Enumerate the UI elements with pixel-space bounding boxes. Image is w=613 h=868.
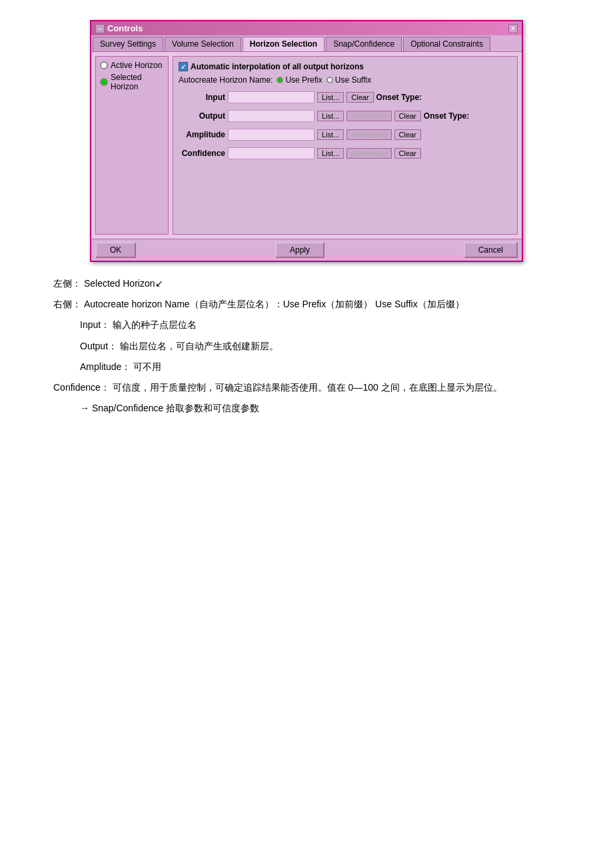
radio-selected-horizon[interactable]: Selected Horizon <box>100 73 164 91</box>
text-body-input: 输入的种子点层位名 <box>113 319 197 330</box>
use-suffix-radio[interactable]: Use Suffix <box>326 75 371 85</box>
confidence-clear-button[interactable]: Clear <box>394 148 421 159</box>
text-snap: → Snap/Confidence 拾取参数和可信度参数 <box>80 400 560 417</box>
input-clear-button[interactable]: Clear <box>346 92 373 103</box>
output-onset-label: Onset Type: <box>424 111 469 121</box>
text-content: 左侧： Selected Horizon↙ 右侧： Autocreate hor… <box>53 275 560 417</box>
text-arrow-icon: → <box>80 403 89 413</box>
dialog-footer: OK Apply Cancel <box>91 239 522 261</box>
amplitude-label: Amplitude <box>179 130 225 139</box>
autocreate-row: Autocreate Horizon Name: Use Prefix Use … <box>179 75 512 85</box>
selected-horizon-label: Selected Horizon <box>111 73 164 91</box>
apply-button[interactable]: Apply <box>275 242 324 258</box>
auto-interpolation-label: Automatic interpolation of all output ho… <box>191 62 364 71</box>
text-right-side: 右侧： Autocreate horizon Name（自动产生层位名）：Use… <box>53 296 560 313</box>
dialog-content: Active Horizon Selected Horizon ✓ Automa… <box>91 52 522 239</box>
text-prefix-confidence: Confidence： <box>53 382 110 393</box>
tab-optional-constraints[interactable]: Optional Constraints <box>403 37 490 51</box>
close-button[interactable]: × <box>508 24 518 33</box>
auto-interpolation-row: ✓ Automatic interpolation of all output … <box>179 62 512 71</box>
minimize-button[interactable]: ─ <box>95 24 105 33</box>
use-prefix-radio-btn[interactable] <box>277 77 283 83</box>
input-onset-label: Onset Type: <box>376 93 422 102</box>
text-confidence: Confidence： 可信度，用于质量控制，可确定追踪结果能否使用。值在 0—… <box>53 379 560 396</box>
title-bar: ─ Controls × <box>91 21 522 35</box>
left-panel: Active Horizon Selected Horizon <box>95 56 169 235</box>
amplitude-field[interactable] <box>228 129 314 141</box>
confidence-list-button[interactable]: List... <box>317 148 344 159</box>
ok-button[interactable]: OK <box>95 242 136 258</box>
input-label: Input <box>179 93 225 102</box>
text-body-output: 输出层位名，可自动产生或创建新层。 <box>120 341 279 351</box>
title-bar-left: ─ Controls <box>95 23 143 33</box>
active-horizon-label: Active Horizon <box>111 61 162 70</box>
text-body-2: Autocreate horizon Name（自动产生层位名）：Use Pre… <box>84 299 464 309</box>
amplitude-field-row: Amplitude List... Autocreate Clear <box>179 129 512 141</box>
input-list-button[interactable]: List... <box>317 92 344 103</box>
tab-snap-confidence[interactable]: Snap/Confidence <box>326 37 402 51</box>
output-field[interactable] <box>228 110 314 122</box>
text-prefix-output: Output： <box>80 341 117 351</box>
text-prefix-amplitude: Amplitude： <box>80 361 131 372</box>
tab-volume-selection[interactable]: Volume Selection <box>165 37 241 51</box>
confidence-autocreate-button[interactable]: Autocreate <box>346 148 391 159</box>
use-suffix-label: Use Suffix <box>335 75 371 85</box>
amplitude-clear-button[interactable]: Clear <box>394 129 421 140</box>
auto-interpolation-checkbox[interactable]: ✓ <box>179 62 188 71</box>
text-input: Input： 输入的种子点层位名 <box>80 317 560 333</box>
use-prefix-radio[interactable]: Use Prefix <box>277 75 322 85</box>
autocreate-label: Autocreate Horizon Name: <box>179 75 273 85</box>
input-field-row: Input List... Clear Onset Type: <box>179 91 512 103</box>
text-body-confidence: 可信度，用于质量控制，可确定追踪结果能否使用。值在 0—100 之间，在底图上显… <box>113 382 502 393</box>
text-left-side: 左侧： Selected Horizon↙ <box>53 275 560 292</box>
cancel-button[interactable]: Cancel <box>464 242 518 258</box>
tab-bar: Survey Settings Volume Selection Horizon… <box>91 35 522 52</box>
input-field[interactable] <box>228 91 314 103</box>
tab-horizon-selection[interactable]: Horizon Selection <box>243 37 324 51</box>
right-panel: ✓ Automatic interpolation of all output … <box>173 56 518 235</box>
text-prefix-input: Input： <box>80 319 110 330</box>
controls-dialog: ─ Controls × Survey Settings Volume Sele… <box>90 20 523 262</box>
text-body-snap: Snap/Confidence 拾取参数和可信度参数 <box>92 403 259 413</box>
page-wrapper: ─ Controls × Survey Settings Volume Sele… <box>27 20 586 417</box>
output-list-button[interactable]: List... <box>317 111 344 121</box>
output-autocreate-button[interactable]: Autocreate <box>346 111 391 121</box>
output-label: Output <box>179 111 225 121</box>
amplitude-autocreate-button[interactable]: Autocreate <box>346 129 391 140</box>
amplitude-list-button[interactable]: List... <box>317 129 344 140</box>
text-body-1: Selected Horizon↙ <box>84 278 163 289</box>
confidence-field-row: Confidence List... Autocreate Clear <box>179 147 512 159</box>
text-output: Output： 输出层位名，可自动产生或创建新层。 <box>80 338 560 355</box>
selected-horizon-radio[interactable] <box>100 78 108 86</box>
tab-survey-settings[interactable]: Survey Settings <box>93 37 163 51</box>
output-field-row: Output List... Autocreate Clear Onset Ty… <box>179 110 512 122</box>
text-amplitude: Amplitude： 可不用 <box>80 359 560 375</box>
output-clear-button[interactable]: Clear <box>394 111 421 121</box>
confidence-field[interactable] <box>228 147 314 159</box>
confidence-label: Confidence <box>179 149 225 158</box>
minimize-icon: ─ <box>98 25 102 32</box>
radio-active-horizon[interactable]: Active Horizon <box>100 61 164 70</box>
text-prefix-2: 右侧： <box>53 299 81 309</box>
active-horizon-radio[interactable] <box>100 61 108 69</box>
text-prefix-1: 左侧： <box>53 278 81 289</box>
text-body-amplitude: 可不用 <box>133 361 161 372</box>
use-prefix-label: Use Prefix <box>285 75 322 85</box>
dialog-title: Controls <box>107 23 143 33</box>
check-icon: ✓ <box>181 63 186 71</box>
close-icon: × <box>511 25 515 32</box>
title-bar-controls: × <box>508 24 518 33</box>
use-suffix-radio-btn[interactable] <box>326 77 333 83</box>
